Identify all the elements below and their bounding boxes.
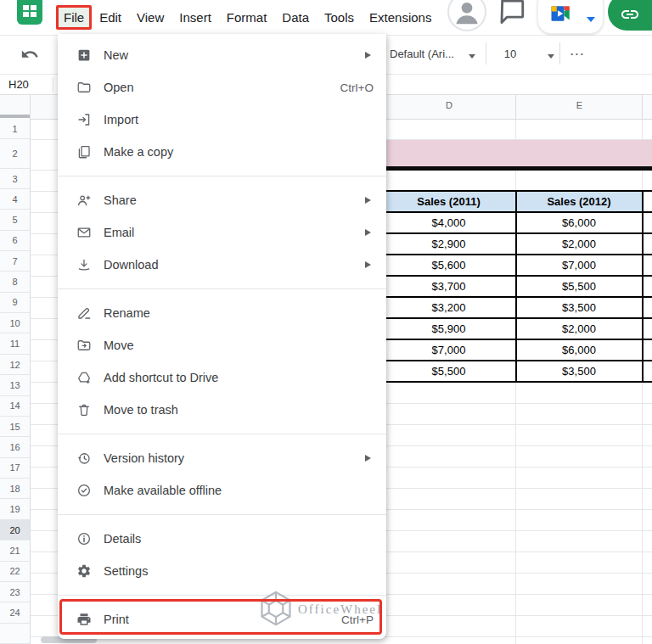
cell-d5[interactable]: $4,000: [382, 212, 515, 233]
menu-data[interactable]: Data: [274, 5, 317, 30]
menu-item-settings[interactable]: Settings: [58, 555, 386, 587]
menu-item-move[interactable]: Move: [58, 329, 386, 361]
meet-icon: [549, 1, 575, 26]
row-header-8[interactable]: 8: [0, 272, 30, 292]
row-header-6[interactable]: 6: [0, 231, 30, 251]
row-header-11[interactable]: 11: [0, 333, 30, 354]
row-header-10[interactable]: 10: [0, 313, 30, 333]
menu-format[interactable]: Format: [219, 5, 275, 30]
cell-d10[interactable]: $5,900: [382, 318, 515, 339]
cell-d7[interactable]: $5,600: [382, 255, 515, 276]
cell-d6[interactable]: $2,900: [382, 233, 515, 255]
info-icon: [76, 531, 92, 546]
cell-e12[interactable]: $3,500: [517, 361, 641, 382]
row-header-21[interactable]: 21: [0, 540, 30, 561]
menu-insert[interactable]: Insert: [171, 5, 219, 30]
menu-item-details[interactable]: Details: [58, 523, 386, 555]
menu-divider: [58, 288, 386, 289]
submenu-arrow-icon: [365, 52, 371, 59]
cell-d9[interactable]: $3,200: [382, 297, 515, 318]
row-header-20[interactable]: 20: [0, 520, 30, 540]
cell-e6[interactable]: $2,000: [517, 233, 641, 255]
sheets-logo-icon[interactable]: [17, 0, 42, 25]
trash-icon: [76, 402, 92, 417]
submenu-arrow-icon: [365, 261, 371, 268]
font-family-select[interactable]: Default (Ari...: [390, 48, 454, 60]
font-family-dropdown-icon[interactable]: [469, 54, 475, 59]
cell-d12[interactable]: $5,500: [382, 361, 515, 382]
import-icon: [76, 112, 92, 127]
undo-icon[interactable]: [20, 45, 39, 64]
print-highlight-box: [59, 599, 382, 635]
submenu-arrow-icon: [365, 455, 371, 462]
menu-item-version-history[interactable]: Version history: [58, 442, 386, 474]
cell-e9[interactable]: $3,500: [517, 297, 641, 318]
menu-item-move-to-trash[interactable]: Move to trash: [58, 394, 386, 426]
menu-bar-items: File Edit View Insert Format Data Tools …: [56, 3, 439, 32]
cell-e8[interactable]: $5,500: [517, 276, 641, 297]
menu-tools[interactable]: Tools: [317, 5, 362, 30]
menu-item-make-a-copy[interactable]: Make a copy: [58, 136, 386, 168]
comment-icon[interactable]: [497, 0, 526, 25]
cell-e11[interactable]: $6,000: [517, 339, 641, 361]
toolbar-more-button[interactable]: •••: [565, 43, 591, 64]
meet-dropdown-chevron-icon[interactable]: [587, 17, 595, 22]
row-header-4[interactable]: 4: [0, 189, 30, 210]
title-band-border: [380, 166, 652, 171]
font-size-dropdown-icon[interactable]: [548, 54, 554, 59]
gear-icon: [76, 563, 92, 579]
row-header-3[interactable]: 3: [0, 169, 30, 188]
google-sheets-window: File Edit View Insert Format Data Tools …: [0, 0, 652, 644]
menu-item-add-shortcut-to-drive[interactable]: Add shortcut to Drive: [58, 361, 386, 394]
menu-item-download[interactable]: Download: [58, 249, 386, 281]
menu-view[interactable]: View: [129, 5, 171, 30]
menu-edit[interactable]: Edit: [92, 5, 129, 30]
menu-item-rename[interactable]: Rename: [58, 297, 386, 329]
menu-extensions[interactable]: Extensions: [362, 5, 439, 30]
row-header-7[interactable]: 7: [0, 251, 30, 272]
cell-e7[interactable]: $7,000: [517, 255, 641, 276]
share-button[interactable]: [608, 0, 652, 31]
row-header-14[interactable]: 14: [0, 396, 30, 417]
menu-item-email[interactable]: Email: [58, 216, 386, 249]
cell-e4[interactable]: Sales (2012): [517, 191, 641, 212]
font-size-select[interactable]: 10: [497, 48, 523, 60]
row-header-12[interactable]: 12: [0, 355, 30, 375]
row-header-5[interactable]: 5: [0, 210, 30, 230]
row-header-25-partial[interactable]: [0, 624, 30, 644]
row-header-1[interactable]: 1: [0, 119, 30, 139]
menu-divider: [58, 595, 386, 596]
row-header-17[interactable]: 17: [0, 458, 30, 479]
cell-d8[interactable]: $3,700: [382, 276, 515, 297]
column-header-e[interactable]: E: [516, 100, 643, 110]
row-header-15[interactable]: 15: [0, 417, 30, 437]
new-file-icon: [76, 48, 92, 63]
cell-e5[interactable]: $6,000: [517, 212, 641, 233]
row-header-2[interactable]: 2: [0, 139, 30, 169]
menu-item-share[interactable]: Share: [58, 184, 386, 216]
version-history-icon: [76, 451, 92, 466]
cell-e10[interactable]: $2,000: [517, 318, 641, 339]
row-header-19[interactable]: 19: [0, 499, 30, 519]
email-icon: [76, 225, 92, 240]
row-header-22[interactable]: 22: [0, 562, 30, 582]
copy-icon: [76, 144, 92, 160]
menu-item-open[interactable]: Open Ctrl+O: [58, 71, 386, 104]
name-box[interactable]: H20: [8, 78, 29, 91]
row-header-13[interactable]: 13: [0, 375, 30, 395]
row-header-column: 1 2 3 4 5 6 7 8 9 10 11 12 13 14 15 16 1…: [0, 119, 31, 644]
column-header-d[interactable]: D: [382, 100, 516, 110]
menu-item-make-available-offline[interactable]: Make available offline: [58, 474, 386, 507]
row-header-9[interactable]: 9: [0, 293, 30, 313]
cell-d4[interactable]: Sales (2011): [382, 191, 515, 212]
row-header-24[interactable]: 24: [0, 602, 30, 623]
row-header-23[interactable]: 23: [0, 582, 30, 602]
menu-divider: [58, 514, 386, 515]
menu-item-new[interactable]: New: [58, 39, 386, 71]
row-header-16[interactable]: 16: [0, 437, 30, 457]
drive-shortcut-icon: [76, 370, 92, 385]
menu-item-import[interactable]: Import: [58, 104, 386, 136]
row-header-18[interactable]: 18: [0, 479, 30, 499]
menu-file[interactable]: File: [56, 5, 92, 30]
cell-d11[interactable]: $7,000: [382, 339, 515, 361]
